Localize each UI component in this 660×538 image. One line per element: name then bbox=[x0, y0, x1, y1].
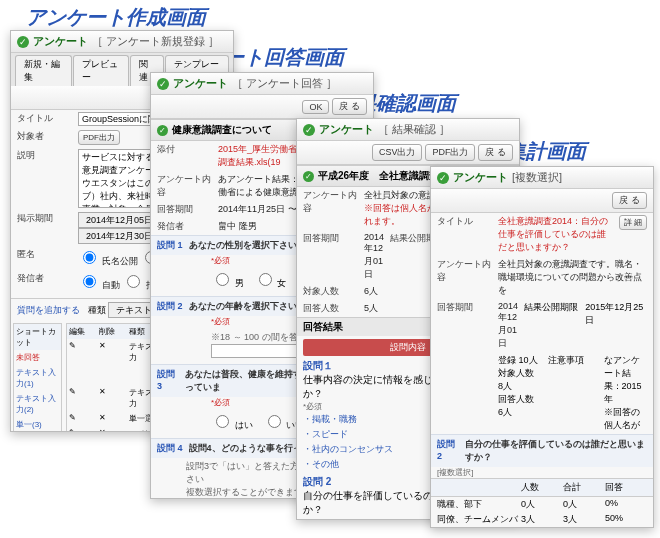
ok-button[interactable]: OK bbox=[302, 100, 329, 114]
back-button[interactable]: 戻 る bbox=[332, 98, 367, 115]
period-label: 回答期間 bbox=[437, 301, 492, 314]
panel-header: ✓ アンケート ［ アンケート回答 ］ bbox=[151, 73, 373, 95]
csv-button[interactable]: CSV出力 bbox=[372, 144, 423, 161]
tab-preview[interactable]: プレビュー bbox=[73, 55, 130, 86]
resp-label: 回答人数 bbox=[303, 302, 358, 315]
q-text: あなたの年齢を選択下さい bbox=[189, 300, 297, 313]
target-value: 6人 bbox=[364, 285, 437, 298]
q-text: 自分の仕事を評価しているのは誰だと思いますか？ bbox=[465, 438, 647, 464]
send-opt-auto[interactable]: 自動 bbox=[78, 280, 120, 290]
survey-title: 健康意識調査について bbox=[172, 123, 272, 137]
check-icon: ✓ bbox=[437, 172, 449, 184]
q-num: 設問 4 bbox=[157, 442, 183, 455]
panel-sub: ［ アンケート回答 ］ bbox=[232, 76, 337, 91]
target-label: 対象人数 bbox=[303, 285, 358, 298]
tab-edit[interactable]: 新規・編集 bbox=[15, 55, 72, 86]
anon-label: 匿名 bbox=[17, 248, 72, 261]
module-title: アンケート bbox=[453, 170, 508, 185]
desc-label: 説明 bbox=[17, 149, 72, 162]
check-icon: ✓ bbox=[17, 36, 29, 48]
shortcut-title: ショートカット bbox=[14, 324, 61, 350]
title-label: タイトル bbox=[437, 215, 492, 228]
col-count: 人数 bbox=[521, 481, 563, 494]
shortcut-item[interactable]: テキスト入力(2) bbox=[14, 391, 61, 417]
q-num: 設問 1 bbox=[157, 239, 183, 252]
col-del: 削除 bbox=[97, 324, 127, 339]
survey-title: 平成26年度 全社意識調査 bbox=[318, 169, 439, 183]
note-value: なアンケート結果：2015年 ※回答の個人名が bbox=[604, 354, 648, 432]
check-icon: ✓ bbox=[303, 124, 315, 136]
pdf-button[interactable]: PDF出力 bbox=[78, 130, 120, 145]
panel-aggregate: ✓ アンケート [複数選択] 戻 る タイトル 全社意識調査2014：自分の仕事… bbox=[430, 166, 654, 528]
qtype-label: 種類 bbox=[88, 305, 106, 315]
module-title: アンケート bbox=[319, 122, 374, 137]
opt-female[interactable]: 女 bbox=[254, 278, 287, 288]
end-label: 結果公開期限 bbox=[524, 301, 579, 314]
check-icon: ✓ bbox=[157, 78, 169, 90]
sender-label: 発信者 bbox=[157, 220, 212, 233]
end-value: 2015年12月25日 bbox=[585, 301, 647, 327]
back-button[interactable]: 戻 る bbox=[478, 144, 513, 161]
col-sum: 合計 bbox=[563, 481, 605, 494]
note-label: 注意事項 bbox=[548, 354, 598, 367]
module-title: アンケート bbox=[173, 76, 228, 91]
attach-label: 添付 bbox=[157, 143, 212, 156]
add-question-link[interactable]: 質問を追加する bbox=[17, 305, 80, 315]
col-pct: 回答 bbox=[605, 481, 647, 494]
title-label: タイトル bbox=[17, 112, 72, 125]
pdf-button[interactable]: PDF出力 bbox=[425, 144, 475, 161]
content-label: アンケート内容 bbox=[437, 258, 492, 284]
shortcut-item[interactable]: テキスト入力(1) bbox=[14, 365, 61, 391]
shortcut-item[interactable]: 未回答 bbox=[14, 350, 61, 365]
check-icon: ✓ bbox=[157, 125, 168, 136]
q-text: あなたの性別を選択下さい bbox=[189, 239, 297, 252]
q-num: 設問 3 bbox=[157, 368, 179, 394]
opt-yes[interactable]: はい bbox=[211, 420, 253, 430]
label-create: アンケート作成画面 bbox=[26, 4, 206, 31]
panel-header: ✓ アンケート ［ アンケート新規登録 ］ bbox=[11, 31, 233, 53]
shortcut-item[interactable]: 単一(3) bbox=[14, 417, 61, 432]
detail-button[interactable]: 詳 細 bbox=[619, 215, 647, 230]
age-input[interactable] bbox=[211, 344, 299, 358]
col-edit: 編集 bbox=[67, 324, 97, 339]
anon-opt-public[interactable]: 氏名公開 bbox=[78, 256, 138, 266]
check-icon: ✓ bbox=[303, 171, 314, 182]
target-label: 対象者 bbox=[17, 130, 72, 143]
opt-male[interactable]: 男 bbox=[211, 278, 244, 288]
post-label: 掲示期間 bbox=[17, 212, 72, 225]
period-label: 回答期間 bbox=[157, 203, 212, 216]
content-value: 全社員対象の意識調査です。職名・職場環境についての問題から改善点を bbox=[498, 258, 647, 297]
title-value: 全社意識調査2014：自分の仕事を評価しているのは誰だと思いますか？ bbox=[498, 215, 613, 254]
panel-sub: ［ アンケート新規登録 ］ bbox=[92, 34, 219, 49]
period-label: 回答期間 bbox=[303, 232, 358, 245]
q-num: 設問 2 bbox=[437, 438, 459, 464]
content-label: アンケート内容 bbox=[157, 173, 212, 199]
q-num: 設問 2 bbox=[157, 300, 183, 313]
content-label: アンケート内容 bbox=[303, 189, 358, 215]
back-button[interactable]: 戻 る bbox=[612, 192, 647, 209]
module-title: アンケート bbox=[33, 34, 88, 49]
send-label: 発信者 bbox=[17, 272, 72, 285]
panel-sub: [複数選択] bbox=[512, 170, 562, 185]
panel-sub: ［ 結果確認 ］ bbox=[378, 122, 450, 137]
q-sub: [複数選択] bbox=[431, 467, 653, 478]
